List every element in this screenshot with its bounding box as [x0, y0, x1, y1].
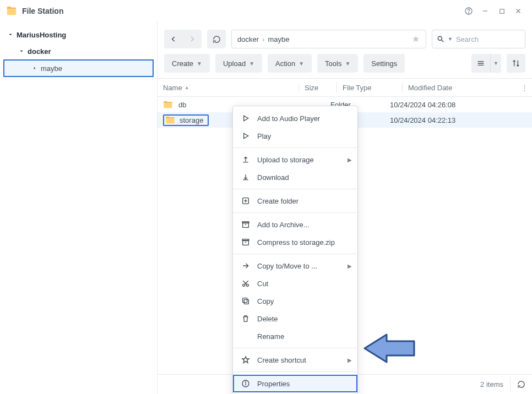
search-input[interactable] — [456, 35, 520, 43]
menu-delete[interactable]: Delete — [233, 310, 357, 327]
cut-icon — [241, 278, 251, 288]
svg-point-6 — [438, 36, 442, 40]
forward-button[interactable] — [183, 30, 202, 48]
trash-icon — [241, 314, 251, 324]
nav-group — [164, 30, 202, 48]
app-icon — [6, 5, 18, 17]
tree-item-maybe[interactable]: maybe — [3, 59, 154, 77]
chevron-right-icon: › — [262, 35, 264, 43]
menu-add-archive[interactable]: Add to Archive... — [233, 216, 357, 233]
chevron-right-icon: ▶ — [348, 157, 352, 163]
breadcrumb-seg[interactable]: maybe — [268, 35, 289, 43]
help-button[interactable] — [460, 3, 477, 19]
annotation-arrow — [359, 329, 420, 368]
chevron-right-icon: ▶ — [348, 357, 352, 363]
context-menu: Add to Audio Player Play Upload to stora… — [232, 106, 358, 394]
menu-upload-to[interactable]: Upload to storage ▶ — [233, 151, 357, 168]
tree-root[interactable]: MariusHosting — [3, 26, 154, 43]
column-size[interactable]: Size — [305, 84, 336, 92]
table-header: Name▲ Size File Type Modified Date ⋮ — [158, 78, 532, 97]
menu-copy-move[interactable]: Copy to/Move to ... ▶ — [233, 257, 357, 275]
archive-icon — [241, 220, 251, 229]
svg-line-7 — [442, 40, 444, 42]
minimize-button[interactable] — [477, 3, 493, 19]
menu-shortcut[interactable]: Create shortcut ▶ — [233, 351, 357, 369]
copy-icon — [241, 296, 251, 306]
column-type[interactable]: File Type — [343, 84, 402, 92]
star-icon[interactable] — [411, 35, 420, 43]
sidebar: MariusHosting docker maybe — [0, 22, 158, 394]
play-outline-icon — [241, 113, 251, 123]
info-icon — [241, 379, 251, 388]
search-box[interactable]: ▼ — [432, 30, 525, 48]
chevron-right-icon — [31, 64, 39, 72]
file-name: db — [178, 101, 186, 109]
blank-icon — [241, 331, 251, 341]
column-menu[interactable]: ⋮ — [517, 84, 532, 92]
play-icon — [241, 131, 251, 141]
tree-item-label: maybe — [41, 64, 62, 73]
svg-rect-3 — [500, 9, 504, 13]
sort-asc-icon: ▲ — [184, 85, 189, 90]
titlebar: File Station — [0, 0, 532, 22]
close-button[interactable] — [510, 3, 526, 19]
selected-file-outline: storage — [163, 114, 209, 126]
reload-button[interactable] — [510, 377, 525, 392]
list-view-button[interactable] — [471, 54, 490, 73]
file-date: 10/24/2024 04:22:13 — [390, 116, 532, 124]
menu-download[interactable]: Download — [233, 168, 357, 186]
svg-rect-24 — [244, 299, 248, 304]
action-toolbar: Create▼ Upload▼ Action▼ Tools▼ Settings … — [158, 52, 532, 78]
maximize-button[interactable] — [493, 3, 510, 19]
menu-copy[interactable]: Copy — [233, 292, 357, 310]
upload-icon — [241, 155, 251, 165]
star-icon — [241, 355, 251, 365]
tree-item-label: docker — [28, 47, 51, 56]
create-button[interactable]: Create▼ — [164, 54, 210, 73]
breadcrumb: docker › maybe — [231, 30, 426, 48]
menu-add-audio[interactable]: Add to Audio Player — [233, 110, 357, 127]
view-mode-dropdown[interactable]: ▼ — [490, 54, 501, 73]
folder-icon — [165, 116, 175, 124]
new-folder-icon — [241, 196, 251, 206]
download-icon — [241, 172, 251, 182]
chevron-right-icon: ▶ — [348, 263, 352, 269]
move-icon — [241, 261, 251, 271]
item-count: 2 items — [480, 380, 503, 388]
svg-marker-12 — [244, 133, 248, 138]
file-name: storage — [180, 116, 203, 124]
settings-button[interactable]: Settings — [363, 54, 405, 73]
column-name[interactable]: Name▲ — [158, 84, 298, 92]
reload-button[interactable] — [207, 30, 226, 48]
menu-cut[interactable]: Cut — [233, 275, 357, 292]
action-button[interactable]: Action▼ — [268, 54, 312, 73]
chevron-down-icon — [7, 31, 14, 39]
app-title: File Station — [22, 7, 63, 15]
nav-toolbar: docker › maybe ▼ — [158, 22, 532, 52]
view-mode-group: ▼ — [471, 54, 501, 73]
folder-icon — [163, 101, 173, 108]
file-date: 10/24/2024 04:26:08 — [390, 101, 532, 109]
compress-icon — [241, 237, 251, 247]
search-icon — [437, 35, 444, 43]
tree-item-docker[interactable]: docker — [3, 43, 154, 59]
tree-root-label: MariusHosting — [17, 31, 66, 39]
upload-button[interactable]: Upload▼ — [215, 54, 262, 73]
menu-play[interactable]: Play — [233, 127, 357, 145]
svg-point-1 — [468, 13, 469, 13]
svg-marker-11 — [244, 116, 248, 121]
menu-rename[interactable]: Rename — [233, 327, 357, 345]
menu-properties[interactable]: Properties — [233, 375, 357, 392]
column-date[interactable]: Modified Date — [408, 84, 517, 92]
back-button[interactable] — [164, 30, 183, 48]
chevron-down-icon[interactable]: ▼ — [448, 36, 453, 42]
menu-create-folder[interactable]: Create folder — [233, 192, 357, 210]
breadcrumb-seg[interactable]: docker — [237, 35, 259, 43]
sort-button[interactable] — [507, 54, 525, 73]
svg-point-28 — [245, 382, 246, 382]
menu-compress[interactable]: Compress to storage.zip — [233, 233, 357, 251]
chevron-down-icon — [18, 47, 25, 55]
tools-button[interactable]: Tools▼ — [317, 54, 358, 73]
svg-rect-25 — [243, 298, 247, 303]
